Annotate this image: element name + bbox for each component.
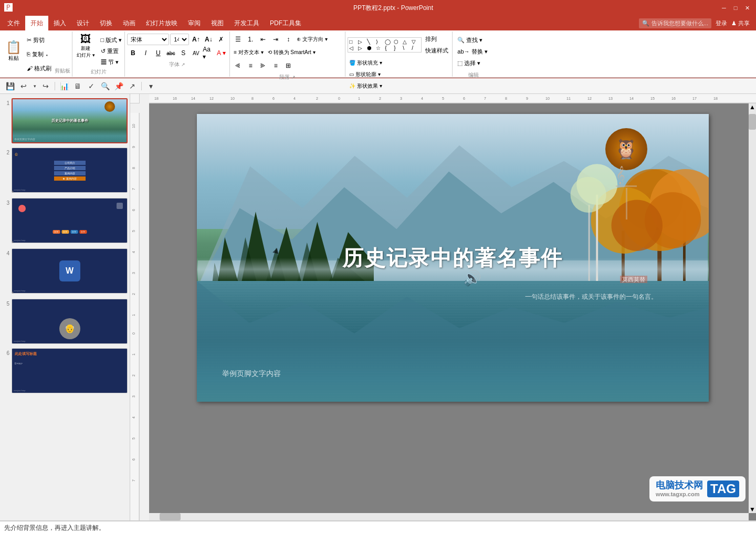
restore-button[interactable]: □ — [731, 3, 740, 13]
font-case-button[interactable]: Aa ▾ — [203, 47, 214, 59]
slide-canvas-wrapper[interactable]: 🦉 𝄞 历史记录中的著名事件 莫西莫替 一句话 — [149, 103, 756, 520]
tab-transitions[interactable]: 切换 — [94, 16, 118, 30]
app-icon: 🅿 — [4, 3, 13, 13]
slide-item-4[interactable]: 4 W wenjian/map * — [2, 248, 128, 294]
shape-outline-button[interactable]: ▭ 形状轮廓 ▾ — [348, 69, 450, 80]
presentation-mode-button[interactable]: 📊 — [58, 80, 70, 92]
reset-button[interactable]: ↺ 重置 — [99, 46, 124, 56]
undo-dropdown[interactable]: ▾ — [32, 80, 38, 92]
numbering-button[interactable]: 1. — [245, 34, 256, 45]
tab-developer[interactable]: 开发工具 — [229, 16, 265, 30]
font-color-button[interactable]: A ▾ — [215, 47, 227, 59]
tab-view[interactable]: 视图 — [206, 16, 229, 30]
align-left-button[interactable]: ⫷ — [232, 60, 244, 71]
svg-text:1: 1 — [132, 314, 135, 316]
svg-text:12: 12 — [587, 97, 592, 100]
slide-item-2[interactable]: 2 公 公司简介 产品介绍 案例内容 ★ 案例内容 wenjian/map — [2, 148, 128, 193]
tab-design[interactable]: 设计 — [71, 16, 94, 30]
undo-button[interactable]: ↩ — [18, 80, 29, 92]
tab-review[interactable]: 审阅 — [183, 16, 206, 30]
check-button[interactable]: ✓ — [86, 80, 97, 92]
font-spacing-button[interactable]: AV — [190, 47, 202, 59]
section-button[interactable]: ☰ 节 ▾ — [99, 57, 124, 67]
bold-button[interactable]: B — [127, 47, 139, 59]
customize-button[interactable]: ▾ — [145, 80, 156, 92]
share-view-button[interactable]: ↗ — [127, 80, 138, 92]
slide-thumb-3[interactable]: 文字 文字 文字 文字 wenjian/map — [12, 198, 128, 243]
format-painter-button[interactable]: 🖌 格式刷 — [25, 63, 53, 74]
strikethrough-button[interactable]: abc — [165, 47, 176, 59]
slide-item-6[interactable]: 6 此处填写标题 E=mc² wenjian/map — [2, 348, 128, 393]
decrease-indent-button[interactable]: ⇤ — [257, 34, 269, 45]
svg-text:4: 4 — [421, 97, 423, 100]
slide-thumb-5[interactable]: 👴 wenjian/map — [12, 299, 128, 344]
shapes-palette[interactable]: □▷╲⟩◯⬡ △▽◁▷⬢☆ {}\/ — [348, 37, 422, 53]
font-clear-button[interactable]: ✗ — [215, 34, 227, 45]
paste-button[interactable]: 📋 粘贴 — [3, 33, 24, 69]
group-slides: 🖼 新建 幻灯片 ▾ □ 版式 ▾ ↺ 重置 ☰ 节 ▾ 幻灯片 — [72, 32, 125, 77]
quick-styles-button[interactable]: 快速样式 — [424, 45, 450, 56]
slide-item-3[interactable]: 3 文字 文字 文字 文字 wenjian/map — [2, 198, 128, 243]
tab-pdf[interactable]: PDF工具集 — [265, 16, 307, 30]
increase-indent-button[interactable]: ⇥ — [270, 34, 281, 45]
tab-insert[interactable]: 插入 — [48, 16, 71, 30]
bullets-button[interactable]: ☰ — [232, 34, 244, 45]
find-button[interactable]: 🔍 查找 ▾ — [456, 35, 491, 45]
slide-item-5[interactable]: 5 👴 wenjian/map — [2, 299, 128, 344]
svg-text:14: 14 — [191, 97, 195, 100]
slide-item-1[interactable]: 1 历史记录中的著名事件 举例页脚文字内容 — [2, 98, 128, 143]
align-right-button[interactable]: ⫸ — [257, 60, 269, 71]
window-controls: ─ □ ✕ — [719, 3, 752, 13]
slide-thumb-1[interactable]: 历史记录中的著名事件 举例页脚文字内容 — [12, 98, 128, 143]
slide-thumb-4[interactable]: W wenjian/map — [12, 248, 128, 294]
tab-animations[interactable]: 动画 — [118, 16, 141, 30]
font-decrease-button[interactable]: A↓ — [203, 34, 214, 45]
search-input[interactable]: 告诉我您想要做什么... — [652, 19, 708, 27]
font-increase-button[interactable]: A↑ — [190, 34, 202, 45]
close-button[interactable]: ✕ — [742, 3, 752, 13]
login-button[interactable]: 登录 — [716, 19, 727, 27]
minimize-button[interactable]: ─ — [719, 3, 729, 13]
svg-text:13: 13 — [608, 97, 613, 100]
shape-effects-button[interactable]: ✨ 形状效果 ▾ — [348, 81, 450, 91]
slide-sound-icon[interactable]: 🔊 — [463, 269, 481, 287]
slide-thumb-2[interactable]: 公 公司简介 产品介绍 案例内容 ★ 案例内容 wenjian/map — [12, 148, 128, 193]
font-name-select[interactable]: 宋体 — [127, 34, 169, 45]
shadow-button[interactable]: S — [177, 47, 189, 59]
layout-button[interactable]: □ 版式 ▾ — [99, 35, 124, 45]
cut-button[interactable]: ✂ 剪切 — [25, 35, 53, 45]
font-size-select[interactable]: 14 — [170, 34, 189, 45]
replace-button[interactable]: ab→ 替换 ▾ — [456, 46, 491, 57]
slide-thumb-6[interactable]: 此处填写标题 E=mc² wenjian/map — [12, 348, 128, 393]
select-button[interactable]: ⬚ 选择 ▾ — [456, 58, 491, 68]
shape-fill-button[interactable]: 🪣 形状填充 ▾ — [348, 58, 450, 68]
align-center-button[interactable]: ≡ — [245, 60, 256, 71]
search-button[interactable]: 🔍 — [99, 80, 111, 92]
italic-button[interactable]: I — [140, 47, 151, 59]
vertical-scrollbar[interactable]: ▲ ▼ — [749, 103, 756, 513]
svg-text:4: 4 — [132, 416, 135, 419]
align-text-button[interactable]: ≡ 对齐文本 ▾ — [232, 47, 265, 58]
new-slide-button[interactable]: 🖼 新建 幻灯片 ▾ — [74, 33, 98, 59]
svg-text:0: 0 — [338, 97, 340, 100]
horizontal-scrollbar[interactable] — [149, 513, 749, 520]
line-spacing-button[interactable]: ↕ — [282, 34, 294, 45]
tab-home[interactable]: 开始 — [25, 16, 48, 30]
svg-text:2: 2 — [132, 374, 135, 377]
svg-text:6: 6 — [132, 458, 135, 461]
more-button[interactable]: 📌 — [113, 80, 124, 92]
tab-slideshow[interactable]: 幻灯片放映 — [141, 16, 183, 30]
arrange-button[interactable]: 排列 — [424, 34, 450, 44]
share-button[interactable]: ♟ 共享 — [731, 19, 750, 27]
slide-show-button[interactable]: 🖥 — [72, 80, 83, 92]
tab-file[interactable]: 文件 — [2, 16, 25, 30]
save-button[interactable]: 💾 — [4, 80, 16, 92]
columns-button[interactable]: ⊞ — [282, 60, 294, 71]
redo-button[interactable]: ↪ — [40, 80, 51, 92]
text-direction-button[interactable]: ⊕ 文字方向 ▾ — [295, 34, 329, 45]
title-bar: 🅿 PPT教程2.pptx - PowerPoint ─ □ ✕ — [0, 0, 756, 16]
copy-button[interactable]: ⎘ 复制 ▾ — [25, 49, 53, 59]
underline-button[interactable]: U — [152, 47, 164, 59]
convert-smartart-button[interactable]: ⟲ 转换为 SmartArt ▾ — [266, 47, 317, 58]
justify-button[interactable]: ≡ — [270, 60, 281, 71]
